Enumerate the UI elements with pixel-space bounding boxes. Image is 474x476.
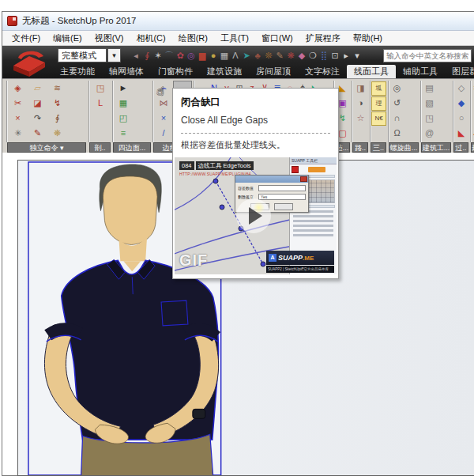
palette-icon-9-3[interactable]: @ xyxy=(422,126,437,141)
menu-item-8[interactable]: 帮助(H) xyxy=(347,31,389,45)
palette-icon-8-2[interactable]: ∩ xyxy=(389,111,404,126)
dialog-cancel-button xyxy=(274,203,293,210)
toolbar-icon-4[interactable]: ✿ xyxy=(175,48,186,62)
palette-icon-6-0[interactable]: ◨ xyxy=(353,81,368,96)
menu-item-7[interactable]: 扩展程序 xyxy=(299,31,347,45)
palette-icon-0-4[interactable]: ◪ xyxy=(28,96,47,111)
tab-8[interactable]: 图层群组 xyxy=(445,65,474,78)
palette-icon-0-5[interactable]: ↯ xyxy=(47,96,67,111)
palette-icon-7-3 xyxy=(371,126,386,141)
window-titlebar[interactable]: 无标题 - SketchUp Pro 2017 xyxy=(2,12,474,31)
toolbar-icon-17[interactable]: ⣿ xyxy=(318,48,329,62)
dialog-field1-label: 容差数值 xyxy=(238,186,258,191)
toolbar-icon-5[interactable]: ◎ xyxy=(186,48,197,62)
toolbar-icon-3[interactable]: ⌒ xyxy=(164,48,175,62)
tab-6[interactable]: 线面工具 xyxy=(347,65,396,78)
chevron-down-icon[interactable]: ▾ xyxy=(107,48,121,62)
toolbar-icon-8[interactable]: ▦ xyxy=(219,48,230,62)
palette-icon-0-10[interactable]: ✎ xyxy=(28,126,47,141)
menu-item-6[interactable]: 窗口(W) xyxy=(255,31,299,45)
menu-item-2[interactable]: 视图(V) xyxy=(88,31,130,45)
palette-icon-1-1[interactable]: L xyxy=(90,96,111,111)
palette-icon-0-0[interactable]: ◈ xyxy=(8,81,28,96)
palette-icon-10-3[interactable]: ◣ xyxy=(454,126,468,141)
palette-icon-0-3[interactable]: ✂ xyxy=(8,96,28,111)
palette-group-label-7[interactable]: 三.. xyxy=(371,142,386,153)
palette-group-label-6[interactable]: 路.. xyxy=(352,142,368,153)
tab-3[interactable]: 建筑设施 xyxy=(200,65,249,78)
toolbar-icon-19[interactable]: ▸ xyxy=(340,48,352,62)
toolbar-icon-12[interactable]: ❊ xyxy=(263,48,274,62)
menu-item-0[interactable]: 文件(F) xyxy=(6,31,47,45)
palette-icon-0-11[interactable]: ❋ xyxy=(47,126,67,141)
toolbar-icon-0[interactable]: ◂ xyxy=(130,48,141,62)
palette-icon-9-1[interactable]: ▧ xyxy=(422,96,437,111)
tab-1[interactable]: 轴网墙体 xyxy=(102,65,151,78)
palette-icon-9-0[interactable]: ▤ xyxy=(422,81,437,96)
palette-icon-3-2[interactable]: ⋈ xyxy=(154,96,173,111)
palette-group-label-10[interactable]: 过.. xyxy=(453,142,468,153)
palette-icon-10-0[interactable]: ◇ xyxy=(454,81,468,96)
toolbar-icon-1[interactable]: ∮ xyxy=(141,48,152,62)
toolbar-icon-9[interactable]: Λ xyxy=(230,48,241,62)
palette-icon-0-2[interactable]: ≋ xyxy=(47,81,67,96)
toolbar-icon-15[interactable]: ◆ xyxy=(296,48,307,62)
gif-thumbnail[interactable]: 084 边线工具 EdgeTools HTTP://WWW.SUAPP.ME/P… xyxy=(175,157,337,274)
palette-icon-7-0[interactable]: 坬 xyxy=(371,81,386,96)
palette-group-11: ✻▾○▰ xyxy=(471,81,474,142)
hand-cursor-icon: ☝ xyxy=(156,84,165,97)
toolbar-icon-13[interactable]: ✎ xyxy=(274,48,285,62)
palette-icon-10-1[interactable]: ◆ xyxy=(454,96,468,111)
palette-icon-0-7[interactable]: ↷ xyxy=(28,111,47,126)
play-button[interactable] xyxy=(236,198,271,233)
palette-icon-2-1[interactable]: ▦ xyxy=(114,96,133,111)
toolbar-icon-2[interactable]: ✶ xyxy=(152,48,164,62)
tab-4[interactable]: 房间屋顶 xyxy=(249,65,298,78)
toolbar-icon-10[interactable]: ➤ xyxy=(241,48,252,62)
palette-icon-2-2[interactable]: ◰ xyxy=(114,111,133,126)
toolbar-icon-11[interactable]: ♣ xyxy=(252,48,263,62)
palette-group-label-8[interactable]: 螺旋曲... xyxy=(389,142,419,153)
palette-icon-10-2[interactable]: ○ xyxy=(454,111,468,126)
palette-icon-0-6[interactable]: × xyxy=(8,111,28,126)
toolbar-icon-7[interactable]: ● xyxy=(208,48,219,62)
suapp-logo-icon xyxy=(292,166,299,173)
menu-item-1[interactable]: 编辑(E) xyxy=(47,31,88,45)
palette-icon-8-3[interactable]: Ω xyxy=(389,126,404,141)
palette-icon-6-1[interactable]: ◑ xyxy=(353,96,368,111)
tab-7[interactable]: 辅助工具 xyxy=(396,65,445,78)
palette-group-label-1[interactable]: 剖.. xyxy=(89,142,111,153)
mode-dropdown[interactable]: 完整模式 ▾ xyxy=(58,48,121,62)
palette-icon-2-3[interactable]: ≡ xyxy=(114,126,133,141)
palette-group-label-0[interactable]: 独立命令 ▾ xyxy=(7,142,86,153)
app-window: 无标题 - SketchUp Pro 2017 文件(F)编辑(E)视图(V)相… xyxy=(2,11,474,476)
tab-2[interactable]: 门窗构件 xyxy=(151,65,200,78)
palette-icon-8-0[interactable]: ◎ xyxy=(389,81,404,96)
toolbar-icon-18[interactable]: ⊡ xyxy=(329,48,340,62)
palette-icon-7-2[interactable]: N€ xyxy=(371,111,386,126)
palette-group-label-9[interactable]: 建筑工... xyxy=(421,142,451,153)
palette-icon-7-1[interactable]: 理 xyxy=(371,96,386,111)
palette-group-label-11[interactable]: 封.. xyxy=(471,142,474,153)
toolbar-icon-20[interactable]: ▾ xyxy=(352,48,363,62)
toolbar-icon-6[interactable]: ▆ xyxy=(197,48,208,62)
palette-icon-0-1[interactable]: ▱ xyxy=(28,81,47,96)
menu-item-5[interactable]: 工具(T) xyxy=(214,31,255,45)
tab-5[interactable]: 文字标注 xyxy=(298,65,347,78)
palette-icon-0-9[interactable]: ✳ xyxy=(8,126,28,141)
palette-icon-3-6[interactable]: / xyxy=(154,126,173,141)
toolbar-icon-16[interactable]: ❍ xyxy=(307,48,318,62)
menu-item-4[interactable]: 绘图(R) xyxy=(172,31,214,45)
palette-icon-3-4[interactable]: × xyxy=(154,111,173,126)
tab-0[interactable]: 主要功能 xyxy=(53,65,102,78)
palette-icon-0-8[interactable]: ∮ xyxy=(47,111,67,126)
palette-icon-1-0[interactable]: ◳ xyxy=(90,81,111,96)
toolbar-icon-14[interactable]: ❋ xyxy=(285,48,296,62)
palette-icon-9-2[interactable]: ◳ xyxy=(422,111,437,126)
command-search-input[interactable] xyxy=(383,49,472,62)
palette-icon-6-2[interactable]: ☆ xyxy=(353,111,368,126)
menu-item-3[interactable]: 相机(C) xyxy=(130,31,171,45)
palette-icon-8-1[interactable]: ↺ xyxy=(389,96,404,111)
palette-icon-2-0[interactable]: ► xyxy=(114,81,133,96)
palette-group-label-2[interactable]: 四边面... xyxy=(113,142,151,153)
